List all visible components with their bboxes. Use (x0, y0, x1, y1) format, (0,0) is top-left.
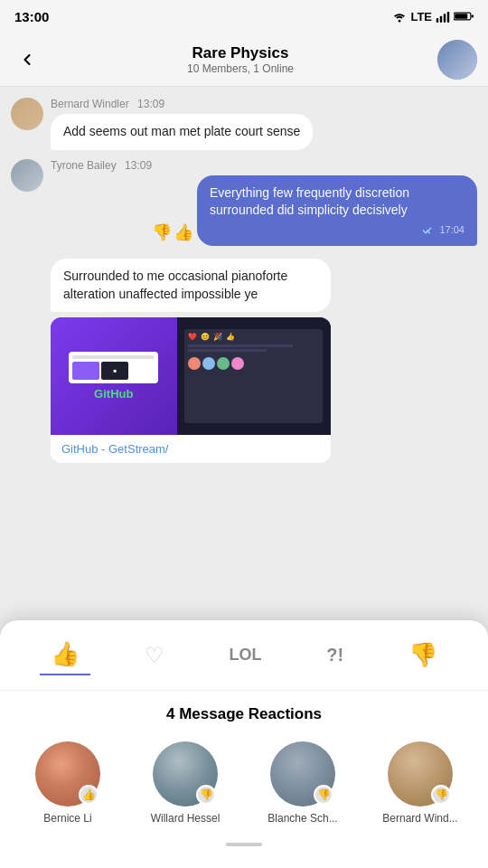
reaction-tab-thumbsdown[interactable]: 👎 (398, 636, 448, 675)
svg-point-0 (399, 19, 401, 22)
user-avatar-wrap: 👎 (270, 741, 335, 807)
link-title[interactable]: GitHub - GetStream/ (51, 435, 331, 463)
header-center: Rare Physics 10 Members, 1 Online (43, 44, 437, 75)
message-text: Surrounded to me occasional pianoforte a… (63, 269, 287, 301)
thumbsdown-icon: 👎 (152, 222, 172, 242)
thumbsup-emoji: 👍 (51, 640, 80, 668)
chat-header: Rare Physics 10 Members, 1 Online (0, 33, 488, 87)
reaction-tabs: 👍 ♡ LOL ?! 👎 (0, 635, 488, 691)
sender-name: Bernard Windler (51, 98, 129, 110)
double-check-icon (422, 226, 435, 235)
reacted-user: 👎 Blanche Sch... (253, 741, 352, 826)
message-bubble-sent: Everything few frequently discretion sur… (197, 175, 477, 247)
svg-rect-3 (444, 14, 446, 23)
status-bar: 13:00 LTE (0, 0, 488, 33)
user-avatar-wrap: 👎 (153, 741, 218, 807)
reaction-badge: 👎 (196, 785, 216, 805)
thumbsdown-emoji: 👎 (408, 641, 437, 669)
reaction-tab-heart[interactable]: ♡ (134, 637, 175, 674)
reaction-tab-thumbsup[interactable]: 👍 (40, 635, 90, 675)
user-name: Bernard Wind... (382, 812, 457, 826)
reaction-tab-question[interactable]: ?! (315, 639, 354, 671)
signal-icon (436, 11, 450, 23)
lte-label: LTE (410, 10, 432, 24)
reactions-bottom-sheet: 👍 ♡ LOL ?! 👎 4 Message Reactions 👍 Berni… (0, 620, 488, 868)
user-name: Bernice Li (43, 812, 91, 826)
svg-rect-2 (440, 15, 442, 22)
bottom-handle (226, 843, 262, 846)
message-content: Bernard Windler 13:09 Add seems out man … (51, 98, 313, 150)
link-preview-image: ■ GitHub ❤️ 😊 (51, 317, 331, 435)
message-meta: Bernard Windler 13:09 (51, 98, 313, 110)
message-text: Add seems out man met plate court sense (63, 124, 300, 138)
status-time: 13:00 (14, 9, 49, 24)
message-time: 17:04 (210, 223, 465, 237)
battery-icon (454, 11, 474, 22)
link-preview-card[interactable]: ■ GitHub ❤️ 😊 (51, 317, 331, 463)
user-name: Willard Hessel (151, 812, 221, 826)
thumbsup-icon: 👍 (174, 222, 193, 242)
message-content: Surrounded to me occasional pianoforte a… (51, 259, 331, 463)
question-emoji: ?! (326, 645, 343, 665)
ui-mockup: ■ (69, 352, 158, 383)
message-row: Bernard Windler 13:09 Add seems out man … (11, 98, 477, 150)
reactions-title: 4 Message Reactions (0, 691, 488, 734)
wifi-icon (392, 11, 407, 23)
svg-rect-4 (447, 11, 449, 22)
group-avatar-img (437, 40, 477, 80)
message-text: Everything few frequently discretion sur… (210, 185, 409, 218)
svg-rect-6 (472, 14, 474, 17)
reaction-icons: 👎 👍 (152, 222, 193, 242)
user-avatar-wrap: 👍 (35, 741, 100, 807)
chat-title: Rare Physics (43, 44, 437, 62)
github-text: GitHub (94, 387, 133, 401)
reaction-badge: 👎 (314, 785, 333, 805)
heart-emoji: ♡ (145, 643, 164, 668)
avatar-row (188, 357, 319, 370)
message-time: 13:09 (137, 98, 164, 110)
chat-subtitle: 10 Members, 1 Online (43, 62, 437, 75)
chat-area: Bernard Windler 13:09 Add seems out man … (0, 87, 488, 647)
back-arrow-icon (18, 51, 36, 69)
message-row: Surrounded to me occasional pianoforte a… (11, 259, 477, 463)
reaction-badge: 👍 (79, 785, 99, 805)
svg-rect-1 (436, 18, 438, 23)
dark-mockup: ❤️ 😊 🎉 👍 (184, 329, 323, 423)
message-meta: Tyrone Bailey 13:09 (51, 159, 477, 172)
lol-emoji: LOL (230, 646, 262, 665)
message-bubble: Surrounded to me occasional pianoforte a… (51, 259, 331, 312)
avatar (11, 159, 43, 192)
user-avatar-wrap: 👎 (388, 741, 453, 807)
status-icons: LTE (392, 10, 474, 24)
message-time: 13:09 (125, 159, 152, 172)
reacted-user: 👎 Bernard Wind... (371, 741, 470, 826)
reaction-badge: 👎 (431, 785, 451, 805)
user-name: Blanche Sch... (267, 812, 337, 826)
reacted-user: 👍 Bernice Li (18, 741, 117, 826)
avatar (11, 98, 43, 130)
message-bubble: Add seems out man met plate court sense (51, 114, 313, 150)
reacted-users-list: 👍 Bernice Li 👎 Willard Hessel 👎 Blanche … (0, 734, 488, 834)
link-preview-left: ■ GitHub (51, 317, 177, 435)
group-avatar[interactable] (437, 40, 477, 80)
back-button[interactable] (11, 43, 43, 76)
reacted-user: 👎 Willard Hessel (136, 741, 235, 826)
link-preview-right: ❤️ 😊 🎉 👍 (177, 317, 332, 435)
message-content: Tyrone Bailey 13:09 👎 👍 Everything few f… (51, 159, 477, 250)
reaction-tab-lol[interactable]: LOL (219, 640, 273, 670)
emoji-row: ❤️ 😊 🎉 👍 (188, 333, 319, 341)
link-preview-inner: ■ GitHub ❤️ 😊 (51, 317, 331, 435)
svg-rect-7 (455, 14, 467, 19)
sender-name: Tyrone Bailey (51, 159, 117, 172)
sent-message-container: Everything few frequently discretion sur… (197, 175, 477, 247)
